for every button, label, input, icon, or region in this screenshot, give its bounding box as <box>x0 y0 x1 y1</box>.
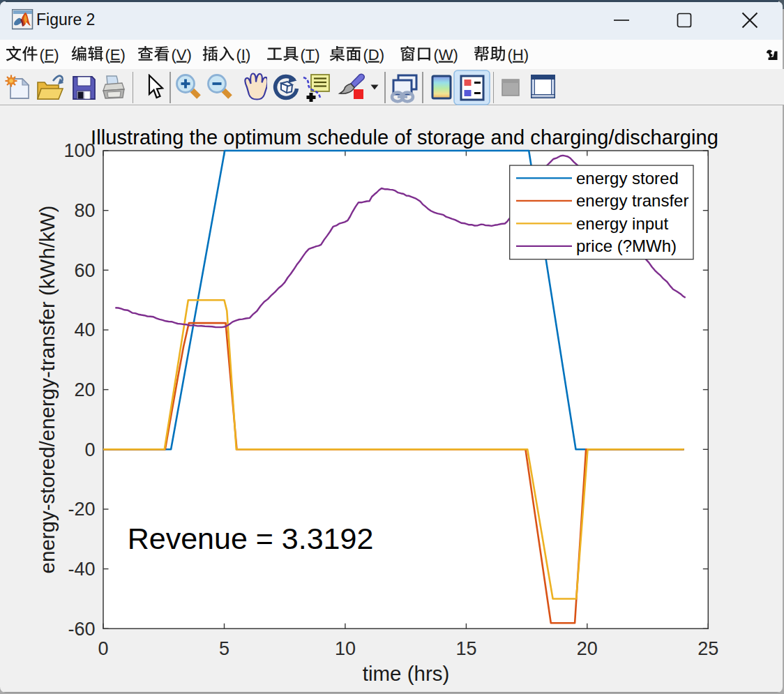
svg-text:energy stored: energy stored <box>576 169 679 188</box>
svg-text:energy-stored/energy-transfer: energy-stored/energy-transfer (kWh/kW) <box>36 206 59 574</box>
svg-text:Revenue = 3.3192: Revenue = 3.3192 <box>128 522 374 555</box>
svg-text:80: 80 <box>74 200 95 221</box>
svg-text:-20: -20 <box>68 499 95 520</box>
svg-text:20: 20 <box>74 379 95 400</box>
svg-text:15: 15 <box>455 638 476 659</box>
svg-text:time (hrs): time (hrs) <box>363 662 450 685</box>
svg-text:20: 20 <box>577 638 598 659</box>
svg-text:0: 0 <box>84 439 95 460</box>
svg-text:25: 25 <box>698 638 718 659</box>
svg-text:energy input: energy input <box>576 214 668 233</box>
svg-text:40: 40 <box>74 319 95 340</box>
svg-text:-60: -60 <box>68 619 95 640</box>
svg-text:60: 60 <box>74 260 95 281</box>
svg-text:0: 0 <box>98 638 108 659</box>
svg-text:10: 10 <box>335 638 356 659</box>
svg-text:5: 5 <box>219 638 229 659</box>
svg-text:Illustrating the optimum sched: Illustrating the optimum schedule of sto… <box>91 126 718 149</box>
svg-text:price (?MWh): price (?MWh) <box>576 236 677 255</box>
svg-text:energy transfer: energy transfer <box>576 191 688 210</box>
svg-text:-40: -40 <box>68 559 95 580</box>
